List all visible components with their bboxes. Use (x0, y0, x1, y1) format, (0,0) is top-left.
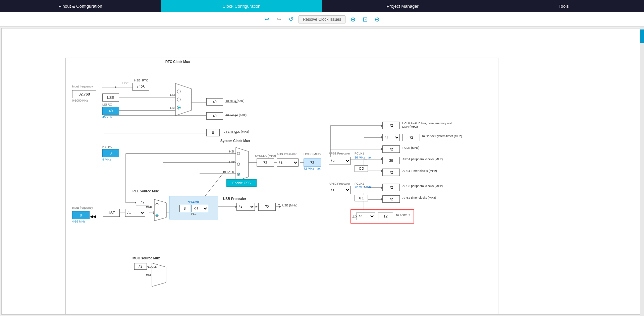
pllclk-label: PLLCLK (223, 171, 234, 174)
apb2-prescaler-dropdown[interactable]: / 1 (329, 186, 350, 194)
fclk-value[interactable]: 72 (382, 145, 400, 153)
tab-project[interactable]: Project Manager (322, 0, 483, 12)
cortex-timer-value[interactable]: / 1 (382, 134, 400, 141)
lse-box[interactable]: LSE (102, 93, 119, 102)
adc-prescaler-dropdown[interactable]: / 6 / 4 / 2 / 8 (357, 212, 375, 220)
input-freq-bottom-value[interactable]: 8 (72, 211, 90, 219)
ahb-prescaler-dropdown[interactable]: / 1 (277, 159, 298, 166)
apb1-periph-label: APB1 peripheral clocks (MHz) (402, 157, 443, 161)
mco-source-mux-label: MCO source Mux (132, 256, 160, 260)
system-clock-mux-label: System Clock Mux (220, 139, 250, 143)
scrollbar-v[interactable] (640, 27, 644, 316)
input-freq-top-label: Input frequency (72, 85, 93, 88)
tab-pinout[interactable]: Pinout & Configuration (0, 0, 161, 12)
svg-marker-56 (154, 199, 166, 221)
system-mux-shape (236, 147, 249, 181)
mco-div2-box: / 2 (134, 263, 147, 270)
mco-pllclk-label: PLLCLK (146, 265, 157, 268)
lsi-line-label: LSI (170, 106, 175, 110)
ahb-prescaler-select[interactable]: / 1 (277, 159, 299, 167)
cortex-timer-label: To Cortex System timer (MHz) (422, 134, 462, 138)
apb2-timer-label: APB2 timer clocks (MHz) (402, 196, 436, 199)
apb2-prescaler-label: APB2 Prescaler (329, 182, 350, 185)
x2-box: X 2 (355, 165, 368, 172)
cortex-timer-value-box[interactable]: 72 (402, 134, 420, 141)
adc-label: To ADC1,2 (396, 213, 410, 217)
usb-prescaler-dropdown[interactable]: / 1 (237, 203, 255, 210)
apb2-periph-value[interactable]: 72 (382, 184, 400, 191)
redo-button[interactable]: ↪ (274, 15, 284, 24)
usb-label: To USB (MHz) (278, 204, 298, 207)
adc-prescaler-select[interactable]: / 6 / 4 / 2 / 8 (357, 212, 375, 220)
apb1-prescaler-label: APB1 Prescaler (329, 152, 350, 155)
apb1-timer-value[interactable]: 72 (382, 169, 400, 176)
hsi-value-box[interactable]: 8 (102, 149, 119, 157)
pclk2-max-label: 72 MHz max (355, 185, 372, 189)
tab-tools[interactable]: Tools (483, 0, 644, 12)
fclk-label: FCLK (MHz) (402, 146, 419, 149)
tab-clock[interactable]: Clock Configuration (161, 0, 322, 12)
zoom-out-button[interactable]: ⊖ (372, 15, 382, 24)
input-freq-bottom-range: 4-16 MHz (72, 220, 85, 223)
apb2-timer-value[interactable]: 72 (382, 195, 400, 203)
input-freq-top-value[interactable]: 32.768 (72, 90, 96, 98)
to-flitfclk-label: To FLITFCLK (MHz) (222, 130, 249, 133)
lsi-unit-label: 40 KHz (102, 116, 112, 119)
svg-point-52 (238, 174, 239, 175)
hclk-ahb-value[interactable]: 72 (382, 122, 400, 129)
canvas-area: Input frequency 32.768 0-1000 KHz LSE LS… (1, 28, 643, 315)
pll-multiplier-dropdown[interactable]: X 9 (192, 205, 208, 212)
pll-mul-value[interactable]: 8 (179, 205, 190, 212)
hse-box[interactable]: HSE (103, 209, 120, 217)
usb-prescaler-select[interactable]: / 1 (236, 203, 255, 211)
hse-prediv-select[interactable]: / 1 (125, 209, 145, 217)
hsi-rc-label: HSI RC (102, 145, 113, 148)
hclk-label: HCLK (MHz) (304, 152, 321, 156)
pll-source-mux-label: PLL Source Mux (132, 189, 159, 193)
undo-button[interactable]: ↩ (262, 15, 272, 24)
pll-mul-label: *PLLMul (188, 200, 199, 203)
pll-x9-select[interactable]: X 9 (192, 205, 208, 212)
apb2-prescaler-select[interactable]: / 1 (329, 186, 351, 194)
lsi-rc-label: LSI RC (102, 103, 112, 106)
pll-label-text: PLL (191, 212, 196, 215)
mco-hsi-label: HSI (146, 273, 151, 276)
hse-prediv-dropdown[interactable]: / 1 (125, 209, 145, 216)
resolve-clock-button[interactable]: Resolve Clock Issues (299, 15, 346, 23)
apb1-prescaler-dropdown[interactable]: / 2 (329, 157, 350, 165)
sysclk-value[interactable]: 72 (257, 159, 274, 167)
hse-rtc-label: HSE_RTC (134, 79, 148, 82)
apb1-periph-value[interactable]: 36 (382, 157, 400, 164)
usb-value[interactable]: 72 (258, 203, 276, 211)
pll-box: *PLLMul 8 X 9 PLL (169, 196, 218, 219)
sysclk-label: SYSCLK (MHz) (255, 154, 276, 157)
lse-line-label: LSE (170, 93, 176, 97)
hse-div128-box[interactable]: / 128 (132, 83, 149, 91)
svg-point-59 (156, 215, 158, 216)
hclk-max-label: 72 MHz max (304, 167, 321, 170)
zoom-in-button[interactable]: ⊕ (348, 15, 358, 24)
usb-prescaler-label: USB Prescaler (223, 197, 246, 201)
to-rtc-value[interactable]: 40 (206, 98, 223, 106)
apb1-timer-label: APB1 Timer clocks (MHz) (402, 169, 437, 173)
enable-css-button[interactable]: Enable CSS (226, 179, 257, 187)
input-freq-bottom-label: Input frequency (72, 206, 93, 209)
top-nav: Pinout & Configuration Clock Configurati… (0, 0, 644, 12)
ahb-prescaler-label: AHB Prescaler (277, 152, 297, 156)
fit-button[interactable]: ⊡ (360, 15, 370, 24)
to-flitfclk-value[interactable]: 8 (206, 129, 220, 136)
pclk1-max-label: 36 MHz max (355, 156, 372, 159)
apb1-prescaler-select[interactable]: / 2 (329, 157, 351, 165)
diagram-lines (2, 28, 642, 314)
lsi-value-box[interactable]: 40 (102, 107, 119, 115)
hsi-sys-label: HSI (229, 150, 234, 153)
refresh-button[interactable]: ↺ (286, 15, 296, 24)
pll-mux-shape (154, 199, 166, 221)
to-iwdg-value[interactable]: 40 (206, 112, 223, 120)
cortex-div-dropdown[interactable]: / 1 (383, 134, 399, 141)
hse-line-label: HSE (122, 81, 129, 85)
hclk-value[interactable]: 72 (304, 159, 321, 167)
adc-value[interactable]: 12 (378, 212, 393, 220)
toolbar: ↩ ↪ ↺ Resolve Clock Issues ⊕ ⊡ ⊖ (0, 12, 644, 27)
rtc-clock-mux-label: RTC Clock Mux (165, 60, 190, 64)
